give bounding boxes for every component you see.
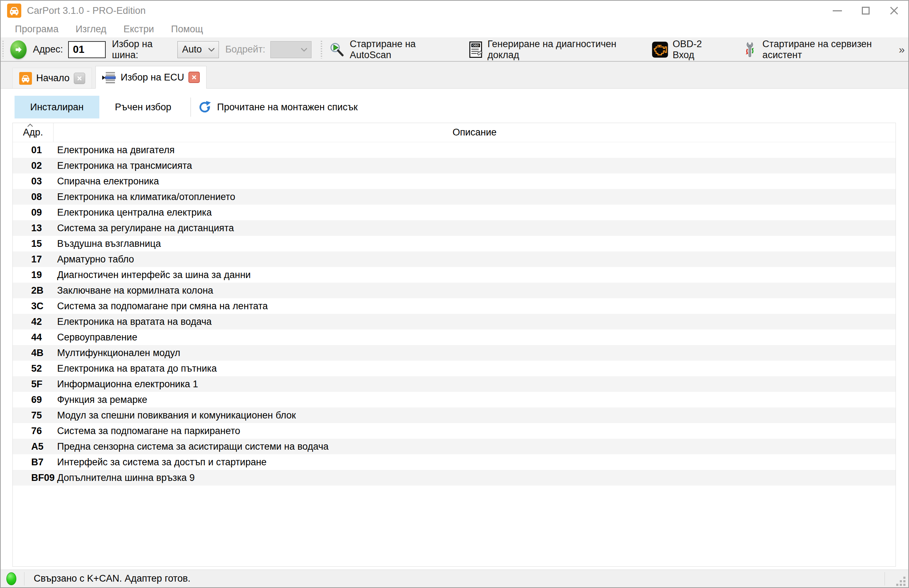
table-row[interactable]: A5Предна сензорна система за асистиращи …	[13, 439, 896, 454]
table-row[interactable]: 52Електроника на вратата до пътника	[13, 361, 896, 376]
app-window: CarPort 3.1.0 - PRO-Edition Програма Изг…	[0, 0, 909, 588]
app-logo-car-icon	[7, 3, 21, 18]
bus-select-value: Auto	[182, 44, 202, 55]
ecu-description: Мултифункционален модул	[53, 347, 896, 359]
ecu-address: 2B	[13, 285, 53, 296]
table-row[interactable]: BF09Допълнителна шинна връзка 9	[13, 470, 896, 486]
chevron-down-icon	[208, 47, 215, 52]
ecu-table-body: 01Електроника на двигателя02Електроника …	[13, 142, 896, 566]
toolbar-overflow-chevron[interactable]: »	[899, 44, 903, 56]
ecu-description: Сервоуправление	[53, 332, 896, 343]
ecu-address: 02	[13, 160, 53, 171]
ecu-address: 52	[13, 363, 53, 374]
address-input[interactable]	[68, 41, 106, 58]
table-row[interactable]: 3CСистема за подпомагане при смяна на ле…	[13, 298, 896, 314]
tab-home-close-icon[interactable]	[74, 73, 85, 84]
window-title: CarPort 3.1.0 - PRO-Edition	[27, 5, 146, 16]
table-row[interactable]: 03Спирачна електроника	[13, 173, 896, 189]
ecu-description: Модул за спешни повиквания и комуникацио…	[53, 410, 896, 421]
table-row[interactable]: 76Система за подпомагане на паркирането	[13, 423, 896, 439]
column-header-description[interactable]: Описание	[53, 123, 896, 142]
connect-start-button[interactable]	[10, 40, 26, 59]
bus-select-label: Избор на шина:	[112, 39, 173, 61]
table-row[interactable]: 2BЗаключване на кормилната колона	[13, 283, 896, 298]
ecu-description: Електроника на вратата до пътника	[53, 363, 896, 374]
menu-program[interactable]: Програма	[6, 24, 67, 35]
table-row[interactable]: 42Електроника на вратата на водача	[13, 314, 896, 330]
ecu-description: Електроника на трансмисията	[53, 160, 896, 171]
ecu-description: Предна сензорна система за асистиращи си…	[53, 441, 896, 452]
table-row[interactable]: 09Електроника централна електрика	[13, 205, 896, 220]
ecu-description: Система за подпомагане при смяна на лент…	[53, 301, 896, 312]
tab-ecu-selection-label: Избор на ECU	[121, 72, 184, 83]
ecu-address: 75	[13, 410, 53, 421]
table-row[interactable]: 5FИнформационна електроника 1	[13, 376, 896, 392]
refresh-icon	[197, 100, 212, 115]
menu-help[interactable]: Помощ	[162, 24, 212, 35]
diagnostic-report-icon: OBD	[468, 40, 483, 60]
subtab-installed[interactable]: Инсталиран	[15, 96, 99, 118]
diagnostic-report-button[interactable]: OBD Генериране на диагностичен доклад	[463, 39, 634, 60]
table-row[interactable]: 08Електроника на климатика/отоплението	[13, 189, 896, 205]
tab-ecu-close-icon[interactable]	[188, 72, 200, 83]
toolbar-band-grip	[321, 41, 322, 58]
ecu-address: 4B	[13, 347, 53, 359]
table-row[interactable]: 69Функция за ремарке	[13, 392, 896, 407]
ecu-description: Електроника на двигателя	[53, 145, 896, 156]
table-row[interactable]: B7Интерфейс за система за достъп и старт…	[13, 454, 896, 470]
sort-ascending-icon	[26, 123, 34, 127]
ecu-description: Система за регулиране на дистанцията	[53, 223, 896, 234]
bus-select-dropdown[interactable]: Auto	[177, 41, 219, 58]
table-row[interactable]: 75Модул за спешни повиквания и комуникац…	[13, 407, 896, 423]
obd2-entry-button[interactable]: OBD-2 Вход	[647, 39, 724, 60]
baudrate-dropdown	[270, 41, 312, 58]
ecu-address: 09	[13, 207, 53, 218]
chevron-down-icon	[301, 47, 307, 52]
ecu-address: A5	[13, 441, 53, 452]
menu-extras[interactable]: Екстри	[115, 24, 162, 35]
service-assistant-label: Стартиране на сервизен асистент	[762, 39, 894, 61]
ecu-description: Електроника на вратата на водача	[53, 317, 896, 327]
table-row[interactable]: 13Система за регулиране на дистанцията	[13, 220, 896, 236]
maximize-button[interactable]	[852, 1, 880, 21]
minimize-button[interactable]	[823, 1, 852, 21]
ecu-address: 3C	[13, 301, 53, 312]
menu-view[interactable]: Изглед	[67, 24, 115, 35]
ecu-description: Информационна електроника 1	[53, 379, 896, 390]
ecu-list-icon	[102, 71, 116, 84]
table-row[interactable]: 01Електроника на двигателя	[13, 142, 896, 158]
tab-ecu-selection[interactable]: Избор на ECU	[95, 66, 207, 89]
table-row[interactable]: 17Арматурно табло	[13, 252, 896, 267]
subtab-manual-selection[interactable]: Ръчен избор	[99, 96, 187, 118]
table-row[interactable]: 4BМултифункционален модул	[13, 345, 896, 361]
autoscan-icon	[329, 40, 346, 59]
read-installation-list-button[interactable]: Прочитане на монтажен списък	[194, 100, 361, 115]
tab-home[interactable]: Начало	[13, 68, 92, 88]
status-separator	[885, 572, 885, 585]
tab-home-label: Начало	[36, 73, 70, 84]
ecu-address: 08	[13, 192, 53, 202]
service-assistant-button[interactable]: Стартиране на сервизен асистент	[737, 39, 899, 60]
ecu-address: 69	[13, 394, 53, 405]
autoscan-button[interactable]: Стартиране на AutoScan	[324, 39, 450, 60]
subtab-separator	[191, 97, 191, 117]
table-row[interactable]: 02Електроника на трансмисията	[13, 158, 896, 173]
ecu-table-header: Адр. Описание	[13, 123, 896, 142]
close-button[interactable]	[880, 1, 908, 21]
status-message: Свързано с K+CAN. Адаптер готов.	[34, 573, 191, 584]
table-row[interactable]: 19Диагностичен интерфейс за шина за данн…	[13, 267, 896, 283]
ecu-description: Функция за ремарке	[53, 394, 896, 405]
obd2-entry-label: OBD-2 Вход	[673, 39, 719, 61]
table-row[interactable]: 15Въздушна възглавница	[13, 236, 896, 252]
ecu-table: Адр. Описание 01Електроника на двигателя…	[13, 123, 896, 567]
obd2-engine-icon	[652, 40, 668, 59]
baudrate-label: Бодрейт:	[225, 44, 265, 55]
ecu-address: 19	[13, 270, 53, 281]
read-installation-list-label: Прочитане на монтажен списък	[217, 102, 357, 113]
ecu-description: Система за подпомагане на паркирането	[53, 426, 896, 436]
resize-grip-icon[interactable]	[896, 576, 906, 586]
ecu-selection-page: Инсталиран Ръчен избор Прочитане на монт…	[1, 89, 908, 570]
status-separator	[24, 572, 24, 585]
table-row[interactable]: 44Сервоуправление	[13, 330, 896, 345]
menu-bar: Програма Изглед Екстри Помощ	[1, 21, 908, 37]
